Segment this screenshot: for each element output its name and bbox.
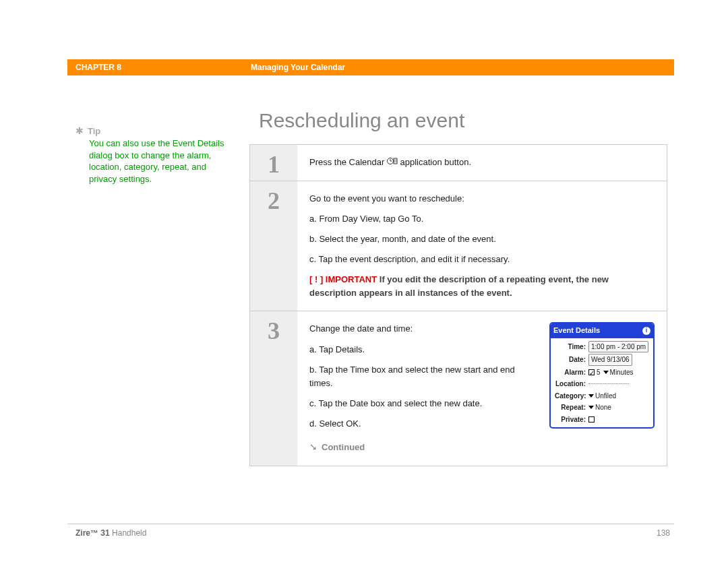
info-icon[interactable]: i (642, 327, 650, 335)
tip-star-icon: ✱ (75, 125, 84, 136)
continued-indicator: ➘ Continued (309, 440, 655, 455)
step-row-2: 2 Go to the event you want to reschedule… (250, 181, 667, 312)
evd-repeat-value[interactable]: None (595, 402, 611, 413)
tip-label: Tip (88, 126, 100, 136)
evd-repeat-label: Repeat: (555, 402, 588, 413)
product-name: Zire™ 31 Handheld (67, 528, 146, 538)
step2-intro: Go to the event you want to reschedule: (309, 192, 655, 206)
step2-b: b. Select the year, month, and date of t… (309, 232, 655, 246)
tip-body: You can also use the Event Details dialo… (75, 137, 236, 185)
evd-time-label: Time: (555, 342, 588, 352)
evd-alarm-num[interactable]: 5 (597, 367, 601, 378)
steps-table: 1 Press the Calendar (249, 144, 667, 466)
step3-intro: Change the date and time: (309, 322, 537, 336)
step2-c: c. Tap the event description, and edit i… (309, 253, 655, 266)
evd-location-field[interactable] (588, 383, 629, 384)
continued-arrow-icon: ➘ (309, 440, 317, 455)
evd-date-label: Date: (555, 354, 588, 365)
evd-private-checkbox[interactable] (588, 416, 595, 423)
evd-date-value[interactable]: Wed 9/13/06 (588, 354, 632, 366)
evd-alarm-label: Alarm: (555, 367, 588, 378)
step-number: 1 (250, 145, 297, 181)
step2-important: [ ! ] IMPORTANT If you edit the descript… (309, 273, 655, 300)
step-row-3: 3 Change the date and time: a. Tap Detai… (250, 311, 667, 466)
page-title: Rescheduling an event (259, 109, 667, 132)
step3-a: a. Tap Details. (309, 343, 537, 356)
step3-d: d. Select OK. (309, 417, 537, 431)
calendar-app-icon (387, 156, 398, 169)
chapter-title: Managing Your Calendar (251, 63, 345, 72)
step-number: 2 (250, 181, 297, 311)
evd-category-label: Category: (555, 391, 588, 402)
evd-alarm-unit[interactable]: Minutes (610, 367, 634, 378)
step2-a: a. From Day View, tap Go To. (309, 212, 655, 226)
event-details-title: Event Details (553, 325, 600, 336)
evd-category-value[interactable]: Unfiled (595, 391, 616, 402)
page-footer: Zire™ 31 Handheld 138 (67, 524, 674, 538)
dropdown-icon[interactable] (603, 371, 609, 374)
step3-c: c. Tap the Date box and select the new d… (309, 397, 537, 410)
dropdown-icon[interactable] (588, 406, 594, 409)
chapter-label: CHAPTER 8 (75, 63, 251, 72)
continued-label: Continued (322, 441, 365, 454)
dropdown-icon[interactable] (588, 394, 594, 398)
step-row-1: 1 Press the Calendar (250, 145, 667, 181)
page-number: 138 (657, 528, 674, 538)
evd-alarm-checkbox[interactable] (588, 369, 595, 375)
important-tag: [ ! ] IMPORTANT (309, 274, 377, 284)
chapter-header: CHAPTER 8 Managing Your Calendar (67, 59, 674, 75)
svg-rect-3 (394, 158, 397, 164)
step-number: 3 (250, 311, 297, 466)
sidebar-tip: ✱ Tip You can also use the Event Details… (67, 81, 249, 466)
evd-location-label: Location: (555, 379, 588, 389)
evd-private-label: Private: (555, 414, 588, 425)
step1-text: Press the Calendar (309, 156, 655, 170)
event-details-dialog: Event Details i Time: 1:00 pm - 2:00 pm (549, 322, 655, 429)
step3-b: b. Tap the Time box and select the new s… (309, 363, 537, 390)
evd-time-value[interactable]: 1:00 pm - 2:00 pm (588, 341, 648, 353)
